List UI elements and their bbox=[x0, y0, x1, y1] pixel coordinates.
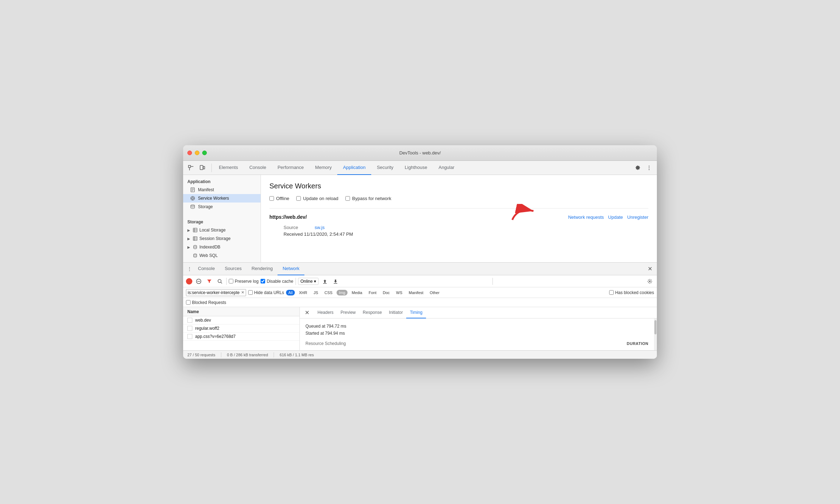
filter-media-button[interactable]: Media bbox=[350, 290, 364, 295]
update-link[interactable]: Update bbox=[608, 215, 623, 220]
filter-funnel-button[interactable] bbox=[205, 277, 214, 286]
hide-data-urls-checkbox[interactable] bbox=[248, 290, 253, 295]
received-text: Received 11/11/2020, 2:54:47 PM bbox=[284, 232, 353, 237]
network-row-2[interactable]: regular.woff2 bbox=[183, 324, 299, 333]
panel-content: Service Workers Offline Update on reload bbox=[261, 175, 657, 262]
filter-js-button[interactable]: JS bbox=[311, 290, 320, 295]
expand-arrow-local-storage: ▶ bbox=[187, 228, 191, 232]
service-workers-icon bbox=[190, 196, 195, 201]
preserve-log-checkbox[interactable] bbox=[229, 279, 233, 283]
download-icon[interactable] bbox=[331, 277, 340, 286]
network-settings-icon[interactable] bbox=[646, 277, 654, 286]
offline-checkbox-label[interactable]: Offline bbox=[269, 196, 289, 201]
detail-tab-headers[interactable]: Headers bbox=[314, 307, 337, 318]
filter-ws-button[interactable]: WS bbox=[394, 290, 404, 295]
devtools-toolbar: Elements Console Performance Memory Appl… bbox=[183, 161, 657, 175]
detail-tab-response[interactable]: Response bbox=[359, 307, 385, 318]
status-bar: 27 / 50 requests 0 B / 286 kB transferre… bbox=[183, 350, 657, 359]
bottom-tab-rendering[interactable]: Rendering bbox=[246, 263, 278, 275]
sidebar-item-web-sql[interactable]: ▶ Web SQL bbox=[183, 251, 261, 260]
tab-lighthouse[interactable]: Lighthouse bbox=[399, 161, 433, 175]
detail-scrollbar[interactable] bbox=[654, 318, 657, 350]
tab-memory[interactable]: Memory bbox=[309, 161, 337, 175]
tab-console[interactable]: Console bbox=[244, 161, 272, 175]
bottom-tab-dots[interactable]: ⋮ bbox=[186, 265, 193, 272]
close-button[interactable] bbox=[187, 151, 192, 155]
tab-elements[interactable]: Elements bbox=[213, 161, 244, 175]
minimize-button[interactable] bbox=[195, 151, 199, 155]
source-file-link[interactable]: sw.js bbox=[315, 225, 325, 230]
network-split: Name web.dev regular.woff2 bbox=[183, 307, 657, 350]
svg-point-30 bbox=[649, 281, 651, 282]
filter-other-button[interactable]: Other bbox=[428, 290, 442, 295]
tab-application[interactable]: Application bbox=[337, 161, 371, 175]
network-requests-link[interactable]: Network requests bbox=[568, 215, 604, 220]
blocked-requests-label[interactable]: Blocked Requests bbox=[186, 300, 226, 305]
hide-data-urls-label[interactable]: Hide data URLs bbox=[248, 290, 284, 295]
record-button[interactable] bbox=[186, 278, 192, 285]
search-button[interactable] bbox=[216, 277, 224, 286]
maximize-button[interactable] bbox=[202, 151, 207, 155]
inspector-icon[interactable] bbox=[186, 163, 196, 173]
sw-actions: Network requests Update Unregister bbox=[568, 215, 648, 220]
network-list-body: web.dev regular.woff2 app.css?v=6e2768d7 bbox=[183, 316, 299, 350]
device-icon[interactable] bbox=[197, 163, 207, 173]
filter-all-button[interactable]: All bbox=[286, 290, 294, 295]
expand-arrow-session-storage: ▶ bbox=[187, 237, 191, 241]
more-icon[interactable] bbox=[644, 163, 654, 173]
detail-tab-preview[interactable]: Preview bbox=[337, 307, 359, 318]
online-select[interactable]: Online ▾ bbox=[298, 278, 319, 285]
has-blocked-cookies-label[interactable]: Has blocked cookies bbox=[609, 290, 654, 295]
tab-security[interactable]: Security bbox=[371, 161, 399, 175]
bottom-tab-sources[interactable]: Sources bbox=[220, 263, 247, 275]
tab-performance[interactable]: Performance bbox=[272, 161, 309, 175]
offline-checkbox[interactable] bbox=[269, 196, 274, 201]
sw-received-row: Received 11/11/2020, 2:54:47 PM bbox=[269, 231, 648, 238]
filter-font-button[interactable]: Font bbox=[367, 290, 379, 295]
detail-tab-initiator[interactable]: Initiator bbox=[385, 307, 406, 318]
blocked-requests-checkbox[interactable] bbox=[186, 300, 191, 305]
clear-button[interactable] bbox=[194, 277, 203, 286]
traffic-lights bbox=[187, 151, 207, 155]
sidebar-item-session-storage[interactable]: ▶ Session Storage bbox=[183, 234, 261, 243]
update-on-reload-checkbox-label[interactable]: Update on reload bbox=[296, 196, 338, 201]
svg-point-3 bbox=[649, 165, 649, 166]
preserve-log-label[interactable]: Preserve log bbox=[229, 279, 258, 284]
network-toolbar: Preserve log Disable cache Online ▾ bbox=[183, 275, 657, 287]
bottom-close-button[interactable]: ✕ bbox=[646, 265, 654, 273]
unregister-link[interactable]: Unregister bbox=[627, 215, 648, 220]
filter-clear-button[interactable]: ✕ bbox=[241, 290, 244, 295]
requests-count: 27 / 50 requests bbox=[187, 353, 215, 357]
detail-close-button[interactable]: ✕ bbox=[303, 309, 311, 317]
transferred-size: 0 B / 286 kB transferred bbox=[227, 353, 268, 357]
title-bar: DevTools - web.dev/ bbox=[183, 145, 657, 161]
disable-cache-label[interactable]: Disable cache bbox=[261, 279, 293, 284]
bypass-for-network-checkbox-label[interactable]: Bypass for network bbox=[345, 196, 391, 201]
filter-doc-button[interactable]: Doc bbox=[381, 290, 392, 295]
sidebar-item-indexeddb[interactable]: ▶ IndexedDB bbox=[183, 243, 261, 251]
sidebar-item-storage[interactable]: Storage bbox=[183, 203, 261, 211]
network-row-3[interactable]: app.css?v=6e2768d7 bbox=[183, 333, 299, 341]
detail-tab-timing[interactable]: Timing bbox=[406, 307, 426, 318]
filter-img-button[interactable]: Img bbox=[337, 290, 347, 295]
update-on-reload-checkbox[interactable] bbox=[296, 196, 301, 201]
tab-angular[interactable]: Angular bbox=[433, 161, 460, 175]
sidebar-item-manifest[interactable]: Manifest bbox=[183, 186, 261, 194]
panel-title: Service Workers bbox=[269, 182, 648, 190]
session-storage-icon bbox=[193, 236, 197, 241]
sidebar-item-local-storage[interactable]: ▶ Local Storage bbox=[183, 226, 261, 234]
settings-icon[interactable] bbox=[633, 163, 643, 173]
disable-cache-checkbox[interactable] bbox=[261, 279, 265, 283]
filter-manifest-button[interactable]: Manifest bbox=[407, 290, 426, 295]
bottom-tab-network[interactable]: Network bbox=[278, 263, 304, 275]
bottom-tab-console[interactable]: Console bbox=[193, 263, 220, 275]
filter-xhr-button[interactable]: XHR bbox=[297, 290, 309, 295]
filter-input-wrap[interactable]: is:service-worker-intercepte ✕ bbox=[186, 289, 246, 296]
upload-icon[interactable] bbox=[321, 277, 329, 286]
has-blocked-cookies-checkbox[interactable] bbox=[609, 290, 614, 295]
filter-css-button[interactable]: CSS bbox=[322, 290, 335, 295]
bypass-for-network-checkbox[interactable] bbox=[345, 196, 350, 201]
resource-scheduling-label: Resource Scheduling bbox=[305, 341, 346, 346]
network-row-1[interactable]: web.dev bbox=[183, 316, 299, 324]
sidebar-item-service-workers[interactable]: Service Workers bbox=[183, 194, 261, 203]
